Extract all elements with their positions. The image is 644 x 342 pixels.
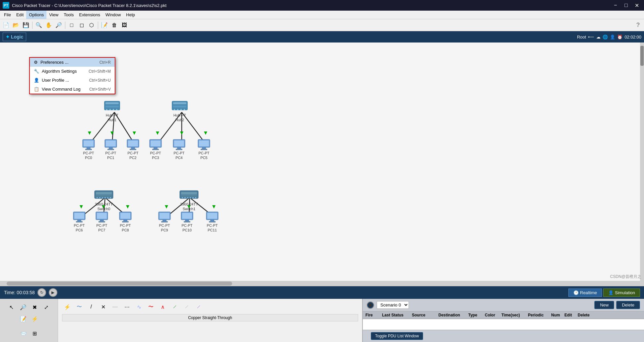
svg-rect-34 [174, 109, 175, 110]
scenario-select[interactable]: Scenario 0 [377, 301, 409, 309]
menu-algorithm-settings[interactable]: 🔧 Algorithm Settings Ctrl+Shift+M [30, 67, 115, 76]
pc2[interactable]: PC-PTPC2 [126, 139, 140, 160]
preferences-shortcut: Ctrl+R [99, 60, 111, 65]
lightning-tool[interactable]: ⚡ [30, 314, 40, 324]
menu-help[interactable]: Help [123, 11, 138, 19]
realtime-btn[interactable]: 🕐 Realtime [568, 289, 602, 297]
pc0[interactable]: PC-PTPC0 [81, 139, 96, 160]
menu-user-profile[interactable]: 👤 User Profile ... Ctrl+Shift+U [30, 76, 115, 85]
resize-tool[interactable]: ⤢ [41, 302, 52, 313]
fiber-cable[interactable]: ⟋ [193, 301, 204, 312]
zoom-out-btn[interactable]: 🔎 [54, 21, 63, 30]
pc4[interactable]: PC-PTPC4 [172, 139, 186, 160]
hub1[interactable]: Hub-PTHub1 [103, 98, 121, 123]
open-file-btn[interactable]: 📂 [11, 21, 21, 30]
title-bar: PT Cisco Packet Tracer - C:\Users\lenovo… [0, 0, 644, 11]
grid-tool[interactable]: ⊞ [30, 328, 40, 339]
switch1[interactable]: 2960-24TTSwitch1 [179, 189, 199, 212]
delete-tool[interactable]: ✖ [30, 302, 40, 313]
svg-rect-68 [104, 197, 106, 198]
svg-rect-25 [105, 102, 119, 104]
custom-shape-btn[interactable]: ⬡ [87, 21, 96, 30]
menu-preferences[interactable]: ⚙ Preferences ... Ctrl+R [30, 58, 115, 67]
green-cable[interactable]: ⟋ [169, 301, 180, 312]
pc3[interactable]: PC-PTPC3 [148, 139, 163, 160]
svg-rect-55 [174, 140, 184, 146]
pc9[interactable]: PC-PTPC9 [157, 211, 172, 233]
new-scenario-btn[interactable]: New [594, 301, 614, 309]
restore-button[interactable]: □ [621, 1, 631, 9]
logic-label[interactable]: ✦ Logic [3, 33, 26, 41]
hub2[interactable]: Hub-PTHub2 [170, 98, 189, 123]
ellipse-btn[interactable]: ◻ [77, 21, 86, 30]
h-scrollbar-thumb[interactable] [7, 282, 232, 286]
time-bar: Time: 00:03:58 ↻ ▶ 🕐 Realtime 👤 Simulati… [0, 286, 644, 299]
menu-view-command-log[interactable]: 📋 View Command Log Ctrl+Shift+V [30, 85, 115, 94]
dotted-cable[interactable]: ⋯ [122, 301, 132, 312]
select-tool[interactable]: ↖ [6, 302, 17, 313]
pc6[interactable]: PC-PTPC6 [72, 211, 87, 233]
svg-rect-51 [151, 140, 161, 146]
delete-scenario-btn[interactable]: Delete [616, 301, 640, 309]
menu-file[interactable]: File [1, 11, 14, 19]
phone-cable[interactable]: — [110, 301, 120, 312]
play-btn[interactable]: ▶ [49, 288, 57, 297]
rect-btn[interactable]: □ [67, 21, 76, 30]
svg-rect-37 [184, 109, 185, 110]
gray-cable[interactable]: ⟋ [181, 301, 192, 312]
svg-rect-86 [100, 220, 104, 221]
vertical-scrollbar[interactable] [640, 43, 644, 281]
svg-rect-59 [199, 140, 209, 146]
menu-options[interactable]: Options [26, 11, 46, 19]
image-btn[interactable]: 🖼 [120, 21, 129, 30]
svg-rect-65 [97, 197, 98, 198]
pc7-label: PC-PTPC7 [97, 223, 107, 233]
hand-btn[interactable]: ✋ [44, 21, 53, 30]
pc8[interactable]: PC-PTPC8 [118, 211, 133, 233]
minimize-button[interactable]: − [611, 1, 620, 9]
delete-btn[interactable]: 🗑 [110, 21, 119, 30]
pc3-icon [148, 139, 163, 151]
note-btn[interactable]: 📝 [100, 21, 109, 30]
inspect-tool[interactable]: 🔎 [18, 302, 29, 313]
menu-window[interactable]: Window [103, 11, 123, 19]
scrollbar-thumb[interactable] [640, 46, 644, 66]
pc11[interactable]: PC-PTPC11 [205, 211, 220, 233]
svg-rect-33 [173, 106, 186, 108]
lightning-cable[interactable]: ⚡ [62, 301, 73, 312]
toggle-pdu-btn[interactable]: Toggle PDU List Window [371, 332, 423, 340]
pc2-label: PC-PTPC2 [128, 151, 139, 160]
hub1-icon [103, 98, 121, 113]
new-file-btn[interactable]: 📄 [1, 21, 11, 30]
svg-rect-35 [177, 109, 178, 110]
angled-cable[interactable]: ∧ [158, 301, 168, 312]
simulation-btn[interactable]: 👤 Simulation [603, 289, 640, 297]
help-btn[interactable]: ? [633, 21, 643, 30]
menu-view[interactable]: View [46, 11, 61, 19]
loop-btn[interactable]: ↻ [37, 288, 46, 297]
switch0[interactable]: 2960-24TTSwitch0 [94, 189, 114, 212]
pc1[interactable]: PC-PTPC1 [103, 139, 118, 160]
curved-cable[interactable]: 〜 [74, 301, 85, 312]
user-profile-label: User Profile ... [42, 78, 69, 83]
svg-rect-26 [105, 106, 119, 108]
straight-cable[interactable]: / [86, 301, 97, 312]
save-file-btn[interactable]: 💾 [21, 21, 31, 30]
menu-edit[interactable]: Edit [14, 11, 26, 19]
pc5[interactable]: PC-PTPC5 [197, 139, 211, 160]
zoom-in-btn[interactable]: 🔍 [34, 21, 43, 30]
pc7[interactable]: PC-PTPC7 [95, 211, 109, 233]
menu-tools[interactable]: Tools [61, 11, 76, 19]
horizontal-scrollbar[interactable] [0, 281, 644, 286]
close-button[interactable]: ✕ [632, 1, 641, 9]
note-tool[interactable]: 📝 [18, 314, 29, 324]
red-cable[interactable]: 〜 [146, 301, 156, 312]
nav-back-icon[interactable]: ⟵ [588, 35, 594, 40]
pdu-tool[interactable]: 📨 [18, 328, 29, 339]
menu-extensions[interactable]: Extensions [76, 11, 103, 19]
squiggly-cable[interactable]: ∿ [134, 301, 144, 312]
canvas-area[interactable]: Hub-PTHub1 Hub-PTHub2 PC [0, 43, 644, 281]
svg-rect-70 [110, 197, 111, 198]
crossover-cable[interactable]: ✕ [98, 301, 108, 312]
pc10[interactable]: PC-PTPC10 [180, 211, 194, 233]
